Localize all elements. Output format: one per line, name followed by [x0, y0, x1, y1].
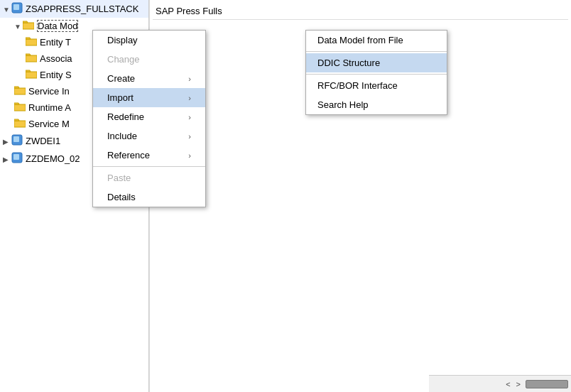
zwdei1-label: ZWDEI1: [26, 136, 60, 146]
service-m-label: Service M: [28, 119, 70, 129]
submenu-search-help-label: Search Help: [317, 99, 369, 110]
submenu-item-data-model[interactable]: Data Model from File: [306, 31, 447, 50]
menu-item-reference[interactable]: Reference ›: [93, 146, 205, 165]
nav-arrows: < >: [504, 379, 523, 389]
object-icon-zwdei1: [11, 134, 23, 148]
runtime-a-label: Runtime A: [28, 102, 71, 113]
svg-rect-3: [13, 136, 19, 142]
folder-icon-entity-s: [26, 69, 37, 81]
menu-item-import[interactable]: Import ›: [93, 88, 205, 107]
root-label: ZSAPPRESS_FULLSTACK: [26, 4, 138, 14]
scrollbar-thumb[interactable]: [526, 380, 568, 388]
submenu-ddic-label: DDIC Structure: [317, 58, 380, 68]
menu-paste-label: Paste: [107, 173, 131, 183]
menu-change-label: Change: [107, 54, 140, 65]
bottom-bar: < >: [429, 375, 571, 392]
folder-icon-runtime-a: [14, 102, 26, 114]
menu-reference-label: Reference: [107, 150, 150, 160]
context-menu: Display Change Create › Import › Redefin…: [92, 30, 206, 207]
menu-item-display[interactable]: Display: [93, 31, 205, 50]
object-icon-root: [11, 2, 23, 16]
service-in-label: Service In: [28, 86, 70, 97]
menu-details-label: Details: [107, 192, 136, 202]
include-arrow-icon: ›: [188, 132, 191, 141]
folder-icon-service-m: [14, 118, 26, 130]
submenu-divider-1: [306, 51, 447, 52]
menu-item-redefine[interactable]: Redefine ›: [93, 107, 205, 126]
expand-arrow-root: ▼: [3, 6, 10, 13]
menu-create-label: Create: [107, 73, 135, 84]
nav-left-button[interactable]: <: [504, 379, 512, 389]
import-submenu: Data Model from File DDIC Structure RFC/…: [305, 30, 447, 115]
expand-arrow-data-mod: ▼: [14, 23, 21, 30]
menu-display-label: Display: [107, 35, 138, 45]
header-title: SAP Press Fulls: [156, 6, 222, 16]
menu-redefine-label: Redefine: [107, 111, 144, 122]
folder-icon-associa: [26, 53, 37, 65]
object-icon-zzdemo02: [11, 152, 23, 165]
svg-rect-5: [13, 154, 19, 160]
zzdemo02-label: ZZDEMO_02: [26, 153, 80, 164]
submenu-divider-2: [306, 74, 447, 75]
submenu-item-ddic[interactable]: DDIC Structure: [306, 53, 447, 72]
menu-include-label: Include: [107, 131, 137, 141]
menu-divider-1: [93, 166, 205, 167]
right-panel-header: SAP Press Fulls: [153, 3, 568, 20]
dashed-box: Data Mod: [37, 20, 78, 32]
menu-item-details[interactable]: Details: [93, 187, 205, 207]
menu-item-change: Change: [93, 50, 205, 69]
data-mod-label: Data Mod: [38, 21, 77, 31]
expand-arrow-zzdemo02: ▶: [3, 156, 10, 163]
tree-root[interactable]: ▼ ZSAPPRESS_FULLSTACK: [0, 0, 148, 18]
nav-right-button[interactable]: >: [514, 379, 523, 389]
import-arrow-icon: ›: [188, 94, 191, 102]
menu-import-label: Import: [107, 92, 134, 103]
svg-rect-1: [13, 4, 19, 10]
menu-item-paste: Paste: [93, 168, 205, 187]
folder-icon-service-in: [14, 85, 26, 97]
folder-icon-data-mod: [23, 20, 34, 32]
submenu-item-search-help[interactable]: Search Help: [306, 95, 447, 114]
main-area: ▼ ZSAPPRESS_FULLSTACK ▼ Data Mod: [0, 0, 571, 392]
submenu-rfc-label: RFC/BOR Interface: [317, 80, 398, 91]
reference-arrow-icon: ›: [188, 151, 191, 160]
submenu-item-rfc[interactable]: RFC/BOR Interface: [306, 76, 447, 95]
menu-item-include[interactable]: Include ›: [93, 126, 205, 146]
folder-icon-entity-t: [26, 36, 37, 48]
entity-s-label: Entity S: [40, 70, 72, 80]
create-arrow-icon: ›: [188, 75, 191, 83]
submenu-data-model-label: Data Model from File: [317, 35, 403, 45]
redefine-arrow-icon: ›: [188, 113, 191, 121]
menu-item-create[interactable]: Create ›: [93, 69, 205, 88]
associa-label: Associa: [40, 53, 72, 64]
entity-t-label: Entity T: [40, 37, 71, 48]
expand-arrow-zwdei1: ▶: [3, 138, 10, 145]
